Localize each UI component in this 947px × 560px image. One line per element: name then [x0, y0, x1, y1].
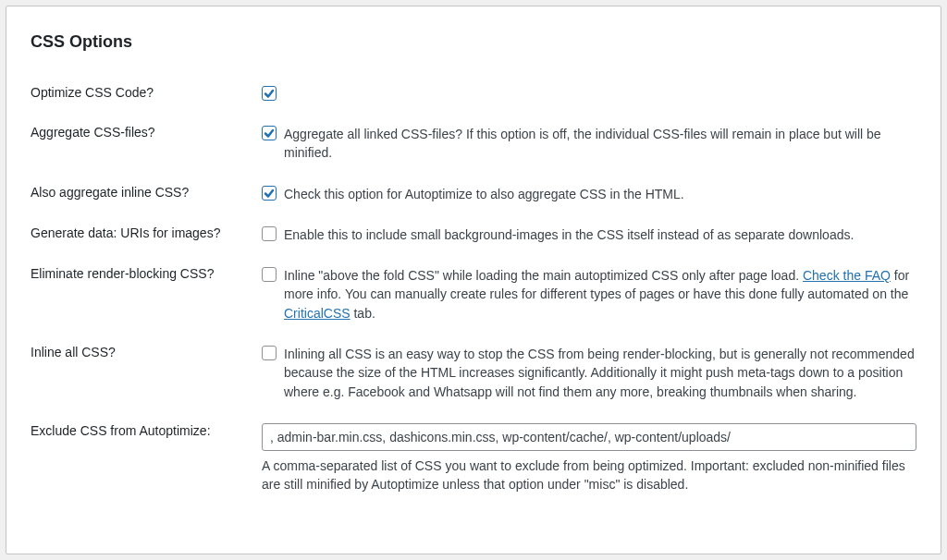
link-criticalcss[interactable]: CriticalCSS	[284, 306, 351, 321]
label-render-blocking: Eliminate render-blocking CSS?	[31, 266, 262, 281]
desc-inline-all: Inlining all CSS is an easy way to stop …	[284, 345, 916, 401]
label-data-uris: Generate data: URIs for images?	[31, 225, 262, 240]
row-render-blocking: Eliminate render-blocking CSS? Inline "a…	[31, 255, 916, 334]
section-title: CSS Options	[31, 32, 916, 52]
desc-render-blocking-1: Inline "above the fold CSS" while loadin…	[284, 268, 803, 283]
checkbox-data-uris[interactable]	[262, 226, 277, 241]
help-exclude-css: A comma-separated list of CSS you want t…	[262, 457, 916, 494]
row-data-uris: Generate data: URIs for images? Enable t…	[31, 214, 916, 255]
desc-render-blocking: Inline "above the fold CSS" while loadin…	[284, 266, 916, 323]
checkbox-aggregate-css[interactable]	[262, 126, 277, 140]
checkbox-render-blocking[interactable]	[262, 267, 277, 282]
input-exclude-css[interactable]	[262, 423, 916, 451]
checkbox-aggregate-inline[interactable]	[262, 186, 277, 201]
checkbox-inline-all[interactable]	[262, 346, 277, 360]
label-exclude-css: Exclude CSS from Autoptimize:	[31, 423, 262, 438]
checkbox-optimize-css[interactable]	[262, 86, 277, 101]
row-aggregate-inline: Also aggregate inline CSS? Check this op…	[31, 174, 916, 214]
row-inline-all: Inline all CSS? Inlining all CSS is an e…	[31, 334, 916, 412]
label-inline-all: Inline all CSS?	[31, 345, 262, 359]
label-optimize-css: Optimize CSS Code?	[31, 85, 262, 100]
desc-data-uris: Enable this to include small background-…	[284, 225, 854, 244]
desc-aggregate-css: Aggregate all linked CSS-files? If this …	[284, 125, 916, 163]
row-aggregate-css: Aggregate CSS-files? Aggregate all linke…	[31, 114, 916, 174]
link-check-faq[interactable]: Check the FAQ	[803, 268, 891, 283]
desc-render-blocking-3: tab.	[351, 306, 375, 321]
row-optimize-css: Optimize CSS Code?	[31, 74, 916, 114]
css-options-card: CSS Options Optimize CSS Code? Aggregate…	[6, 6, 941, 554]
desc-aggregate-inline: Check this option for Autoptimize to als…	[284, 185, 684, 203]
label-aggregate-css: Aggregate CSS-files?	[31, 125, 262, 140]
label-aggregate-inline: Also aggregate inline CSS?	[31, 185, 262, 200]
row-exclude-css: Exclude CSS from Autoptimize: A comma-se…	[31, 412, 916, 505]
